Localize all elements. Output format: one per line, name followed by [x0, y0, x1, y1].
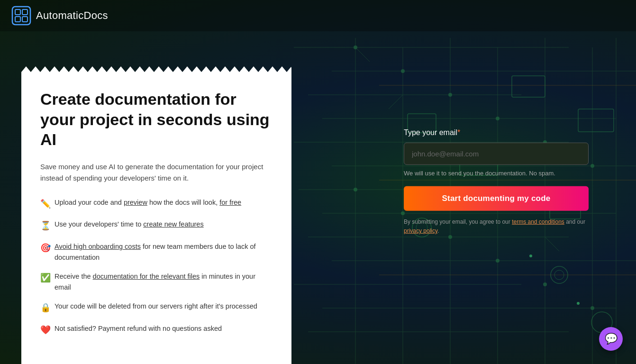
email-label: Type your email* — [404, 128, 589, 137]
brand-name: AutomaticDocs — [36, 9, 108, 22]
feature-text-3: Avoid high onboarding costs for new team… — [55, 241, 273, 263]
svg-point-27 — [448, 93, 452, 97]
feature-text-6: Not satisfied? Payment refund with no qu… — [55, 323, 222, 334]
svg-point-34 — [496, 259, 500, 263]
svg-line-21 — [389, 95, 403, 109]
pencil-icon: ✏️ — [40, 198, 51, 211]
svg-point-25 — [354, 46, 357, 49]
svg-rect-58 — [22, 17, 27, 22]
feature-text-2: Use your developers' time to create new … — [55, 219, 204, 229]
list-item: 🔒 Your code will be deleted from our ser… — [40, 301, 273, 315]
feature-list: ✏️ Upload your code and preview how the … — [40, 197, 273, 337]
feature-text-5: Your code will be deleted from our serve… — [55, 301, 257, 311]
logo-container: AutomaticDocs — [11, 6, 108, 26]
svg-point-50 — [577, 302, 580, 305]
list-item: 🎯 Avoid high onboarding costs for new te… — [40, 241, 273, 263]
svg-point-31 — [354, 188, 357, 191]
for-free-link[interactable]: for free — [219, 199, 241, 206]
form-terms: By submitting your email, you agree to o… — [404, 218, 589, 236]
svg-rect-39 — [512, 76, 545, 97]
onboarding-link[interactable]: Avoid high onboarding costs — [55, 243, 141, 250]
feature-text-4: Receive the documentation for the releva… — [55, 271, 273, 292]
content-card: Create documentation for your project in… — [21, 66, 291, 364]
list-item: ❤️ Not satisfied? Payment refund with no… — [40, 323, 273, 337]
svg-line-24 — [545, 237, 559, 251]
check-icon: ✅ — [40, 272, 51, 285]
docs-link[interactable]: documentation for the relevant files — [93, 273, 200, 280]
heart-icon: ❤️ — [40, 324, 51, 337]
list-item: ✏️ Upload your code and preview how the … — [40, 197, 273, 211]
target-icon: 🎯 — [40, 242, 51, 255]
signup-form: Type your email* We will use it to send … — [404, 128, 589, 236]
svg-rect-55 — [15, 9, 20, 15]
create-features-link[interactable]: create new features — [143, 220, 203, 228]
preview-link[interactable]: preview — [124, 199, 147, 206]
terms-link[interactable]: terms and conditions — [512, 218, 564, 225]
logo-icon — [11, 6, 31, 26]
list-item: ⏳ Use your developers' time to create ne… — [40, 219, 273, 233]
chat-widget[interactable]: 💬 — [599, 327, 623, 351]
list-item: ✅ Receive the documentation for the rele… — [40, 271, 273, 292]
navbar: AutomaticDocs — [0, 0, 636, 31]
email-input[interactable] — [404, 143, 589, 165]
form-hint: We will use it to send you the documenta… — [404, 170, 589, 177]
hourglass-icon: ⏳ — [40, 219, 51, 233]
cta-button[interactable]: Start documenting my code — [404, 186, 589, 211]
svg-point-26 — [401, 69, 405, 73]
svg-rect-54 — [12, 7, 30, 25]
feature-text-1: Upload your code and preview how the doc… — [55, 197, 241, 208]
svg-line-20 — [355, 47, 370, 62]
svg-point-35 — [543, 282, 547, 286]
lock-icon: 🔒 — [40, 301, 51, 315]
required-marker: * — [457, 128, 460, 136]
svg-point-30 — [591, 164, 594, 168]
privacy-link[interactable]: privacy policy — [404, 228, 437, 234]
svg-rect-56 — [22, 9, 27, 15]
chat-icon: 💬 — [605, 333, 618, 345]
svg-point-36 — [591, 306, 594, 310]
page-subtitle: Save money and use AI to generate the do… — [40, 161, 273, 184]
svg-point-33 — [448, 235, 452, 239]
svg-rect-57 — [15, 17, 20, 22]
svg-point-28 — [496, 117, 500, 120]
svg-point-49 — [529, 255, 532, 257]
page-title: Create documentation for your project in… — [40, 89, 273, 150]
